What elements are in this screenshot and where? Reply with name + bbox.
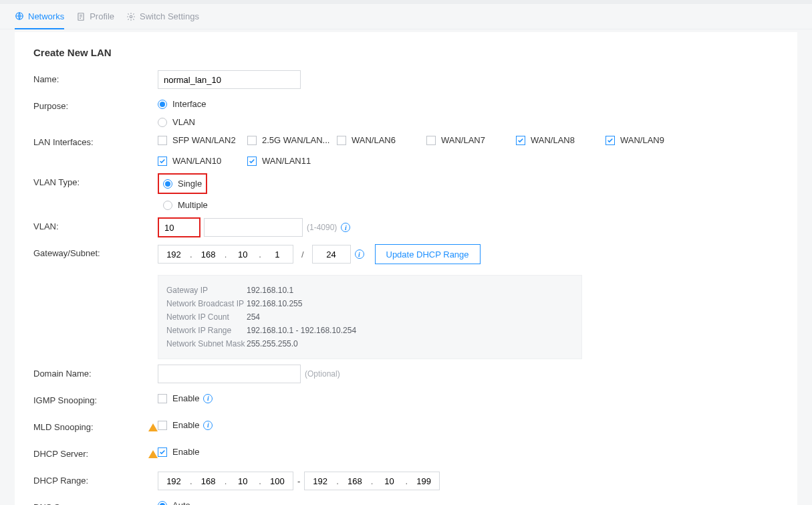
gateway-ip-input: . . . <box>158 245 293 264</box>
checkbox-icon <box>337 136 346 145</box>
purpose-interface-radio[interactable]: Interface <box>158 97 207 111</box>
checkbox-icon <box>158 157 167 166</box>
network-info-value: 192.168.10.1 <box>247 284 293 297</box>
network-info-key: Network Subnet Mask <box>166 337 247 350</box>
lan-iface-label: WAN/LAN11 <box>262 156 311 166</box>
tab-networks-label: Networks <box>28 11 64 21</box>
radio-icon <box>163 201 172 210</box>
vlan-input[interactable] <box>159 219 199 236</box>
checkbox-icon <box>158 136 167 145</box>
vlan-label: VLAN: <box>33 217 158 231</box>
purpose-label: Purpose: <box>33 97 158 111</box>
lan-interfaces-grid: SFP WAN/LAN22.5G WAN/LAN...WAN/LAN6WAN/L… <box>158 133 779 168</box>
svg-point-2 <box>130 15 132 18</box>
purpose-vlan-text: VLAN <box>172 117 195 127</box>
tab-profile[interactable]: Profile <box>76 4 114 29</box>
info-icon[interactable]: i <box>203 421 213 430</box>
purpose-vlan-radio[interactable]: VLAN <box>158 115 195 129</box>
lan-iface-checkbox[interactable]: WAN/LAN7 <box>426 133 516 147</box>
network-info-key: Network IP Count <box>166 310 247 324</box>
dns-auto-radio[interactable]: Auto <box>158 498 190 505</box>
checkbox-icon <box>247 136 257 145</box>
vlan-type-multiple-radio[interactable]: Multiple <box>163 198 208 212</box>
vlan-hint: (1-4090) <box>307 223 337 232</box>
dhcp-end-ip: . . . <box>304 472 440 490</box>
mld-enable-checkbox[interactable]: Enable <box>158 418 199 432</box>
gateway-o3[interactable] <box>227 245 258 263</box>
lan-iface-label: 2.5G WAN/LAN... <box>262 135 329 145</box>
domain-name-input[interactable] <box>158 365 301 383</box>
gateway-o1[interactable] <box>158 245 189 263</box>
create-lan-panel: Create New LAN Name: Purpose: Interface … <box>15 32 797 505</box>
info-icon[interactable]: i <box>355 249 364 259</box>
dhcp-start-o3[interactable] <box>227 472 258 490</box>
lan-iface-checkbox[interactable]: SFP WAN/LAN2 <box>158 133 247 147</box>
dhcp-server-label: DHCP Server: <box>33 449 88 459</box>
checkbox-icon <box>516 136 525 145</box>
info-icon[interactable]: i <box>203 394 213 403</box>
checkbox-icon <box>426 136 436 145</box>
checkbox-icon <box>247 157 257 166</box>
dhcp-end-o2[interactable] <box>340 472 370 490</box>
dhcp-start-o4[interactable] <box>262 472 293 490</box>
network-info-value: 254 <box>247 310 260 324</box>
tab-bar: Networks Profile Switch Settings <box>0 4 812 29</box>
lan-iface-label: WAN/LAN8 <box>531 135 575 145</box>
update-dhcp-range-button[interactable]: Update DHCP Range <box>375 244 481 264</box>
dhcp-end-o1[interactable] <box>305 472 335 490</box>
checkbox-icon <box>158 394 167 403</box>
network-info-row: Gateway IP192.168.10.1 <box>166 284 573 297</box>
lan-iface-label: SFP WAN/LAN2 <box>172 135 236 145</box>
dhcp-enable-checkbox[interactable]: Enable <box>158 445 199 459</box>
lan-iface-checkbox[interactable]: WAN/LAN10 <box>158 154 247 168</box>
dhcp-start-o2[interactable] <box>193 472 224 490</box>
gateway-label: Gateway/Subnet: <box>33 244 158 258</box>
name-input[interactable] <box>158 70 301 89</box>
network-info-box: Gateway IP192.168.10.1Network Broadcast … <box>158 275 582 359</box>
purpose-interface-text: Interface <box>172 99 207 109</box>
network-info-key: Gateway IP <box>166 284 247 297</box>
vlan-type-label: VLAN Type: <box>33 173 158 187</box>
lan-iface-checkbox[interactable]: 2.5G WAN/LAN... <box>247 133 337 147</box>
lan-iface-label: WAN/LAN10 <box>172 156 221 166</box>
igmp-enable-checkbox[interactable]: Enable <box>158 391 199 405</box>
gateway-o2[interactable] <box>193 245 224 263</box>
dhcp-start-o1[interactable] <box>158 472 189 490</box>
dhcp-range-label: DHCP Range: <box>33 472 158 486</box>
vlan-highlight <box>158 217 200 237</box>
dhcp-start-ip: . . . <box>158 472 293 490</box>
profile-icon <box>76 12 86 21</box>
dns-server-label: DNS Server: <box>33 498 158 505</box>
range-dash: - <box>297 476 300 486</box>
tab-switch-settings-label: Switch Settings <box>140 11 199 21</box>
network-info-value: 255.255.255.0 <box>247 337 298 350</box>
lan-iface-checkbox[interactable]: WAN/LAN6 <box>337 133 426 147</box>
info-icon[interactable]: i <box>341 223 350 232</box>
tab-switch-settings[interactable]: Switch Settings <box>126 4 199 29</box>
dhcp-end-o4[interactable] <box>408 472 439 490</box>
tab-networks[interactable]: Networks <box>15 5 64 29</box>
gateway-o4[interactable] <box>262 245 293 263</box>
radio-icon <box>158 501 167 506</box>
network-info-value: 192.168.10.255 <box>247 297 302 310</box>
vlan-extra-input[interactable] <box>204 218 303 237</box>
enable-text: Enable <box>172 420 199 430</box>
lan-iface-checkbox[interactable]: WAN/LAN8 <box>516 133 605 147</box>
checkbox-icon <box>158 421 167 430</box>
network-info-value: 192.168.10.1 - 192.168.10.254 <box>247 324 356 337</box>
network-info-row: Network Subnet Mask255.255.255.0 <box>166 337 573 350</box>
network-info-row: Network IP Range192.168.10.1 - 192.168.1… <box>166 324 573 337</box>
vlan-type-single-radio[interactable]: Single <box>163 177 202 191</box>
lan-iface-checkbox[interactable]: WAN/LAN11 <box>247 154 337 168</box>
lan-iface-checkbox[interactable]: WAN/LAN9 <box>605 133 695 147</box>
subnet-mask-input[interactable] <box>312 245 351 264</box>
slash-label: / <box>297 249 308 260</box>
name-label: Name: <box>33 70 158 84</box>
lan-iface-label: WAN/LAN9 <box>620 135 664 145</box>
vlan-type-single-text: Single <box>178 179 202 189</box>
lan-interfaces-label: LAN Interfaces: <box>33 133 158 147</box>
mld-label: MLD Snooping: <box>33 422 94 432</box>
tab-profile-label: Profile <box>90 11 114 21</box>
dhcp-end-o3[interactable] <box>374 472 404 490</box>
radio-icon <box>158 100 167 109</box>
